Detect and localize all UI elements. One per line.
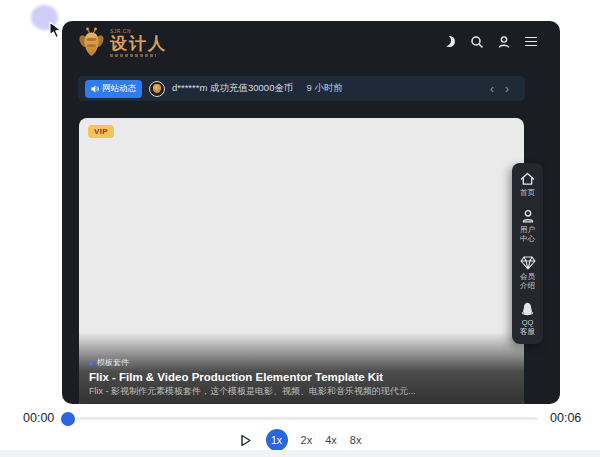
page-bottom-strip: [0, 450, 600, 457]
vip-badge: VIP: [88, 125, 114, 138]
notice-avatar: [149, 81, 165, 97]
notice-next-icon[interactable]: ›: [505, 83, 509, 95]
sidebar-item-label: 用户中心: [519, 225, 537, 243]
sidebar-item-label: 首页: [519, 188, 537, 197]
timeline-track[interactable]: [76, 417, 538, 420]
diamond-icon: [520, 256, 536, 270]
speaker-icon: [91, 85, 99, 93]
notice-time: 9 小时前: [306, 82, 342, 95]
logo-name: 设计人: [110, 35, 167, 52]
logo-text: SJR.CN 设计人: [110, 29, 167, 57]
notice-message[interactable]: d******m 成功充值30000金币: [172, 82, 293, 95]
sidebar-item-membership[interactable]: 会员介绍: [519, 256, 537, 290]
search-icon[interactable]: [469, 34, 484, 49]
speed-8x-button[interactable]: 8x: [350, 434, 362, 446]
sidebar-item-user-center[interactable]: 用户中心: [519, 209, 537, 243]
quick-nav-sidebar: 首页 用户中心 会员介绍 QQ客服: [512, 163, 543, 344]
card-category-label: 模板套件: [97, 357, 129, 368]
play-button[interactable]: [239, 433, 253, 447]
notice-badge-label: 网站动态: [102, 83, 136, 95]
video-frame: SJR.CN 设计人: [62, 21, 560, 404]
current-time: 00:00: [23, 411, 54, 425]
dark-mode-icon[interactable]: [442, 34, 457, 49]
notice-badge: 网站动态: [85, 80, 142, 98]
user-icon[interactable]: [496, 34, 511, 49]
playback-controls: 1x 2x 4x 8x: [0, 429, 600, 451]
home-icon: [520, 172, 535, 186]
site-logo[interactable]: SJR.CN 设计人: [78, 26, 167, 59]
logo-tagline: [110, 54, 156, 57]
card-description: Flix - 影视制作元素模板套件，这个模板是电影、视频、电影和音乐视频的现代元…: [89, 385, 514, 398]
template-card[interactable]: VIP 模板套件 Flix - Film & Video Production …: [79, 118, 524, 404]
sidebar-item-qq-service[interactable]: QQ客服: [519, 302, 537, 336]
card-title[interactable]: Flix - Film & Video Production Elementor…: [89, 371, 514, 383]
player-page: SJR.CN 设计人: [0, 0, 600, 457]
sidebar-item-label: QQ客服: [519, 318, 537, 336]
notice-bar: 网站动态 d******m 成功充值30000金币 9 小时前 ‹ ›: [78, 76, 525, 101]
speed-2x-button[interactable]: 2x: [301, 434, 313, 446]
bee-logo-icon: [78, 26, 105, 59]
category-bullet-icon: [89, 361, 93, 365]
logo-domain: SJR.CN: [110, 29, 167, 34]
notice-prev-icon[interactable]: ‹: [490, 83, 494, 95]
duration: 00:06: [550, 411, 581, 425]
play-icon: [240, 434, 252, 447]
notice-nav: ‹ ›: [490, 83, 509, 95]
speed-1x-button[interactable]: 1x: [266, 429, 288, 451]
speed-4x-button[interactable]: 4x: [325, 434, 337, 446]
menu-icon[interactable]: [523, 34, 538, 49]
header-icons: [442, 34, 538, 49]
mouse-cursor-icon: [49, 21, 64, 39]
user-icon: [521, 209, 535, 223]
card-overlay: 模板套件 Flix - Film & Video Production Elem…: [79, 332, 524, 404]
site-header: SJR.CN 设计人: [62, 21, 560, 69]
timeline-handle[interactable]: [61, 412, 75, 426]
card-category[interactable]: 模板套件: [89, 357, 514, 368]
bee-avatar-icon: [153, 84, 161, 93]
qq-icon: [521, 302, 534, 316]
sidebar-item-home[interactable]: 首页: [519, 172, 537, 197]
sidebar-item-label: 会员介绍: [519, 272, 537, 290]
